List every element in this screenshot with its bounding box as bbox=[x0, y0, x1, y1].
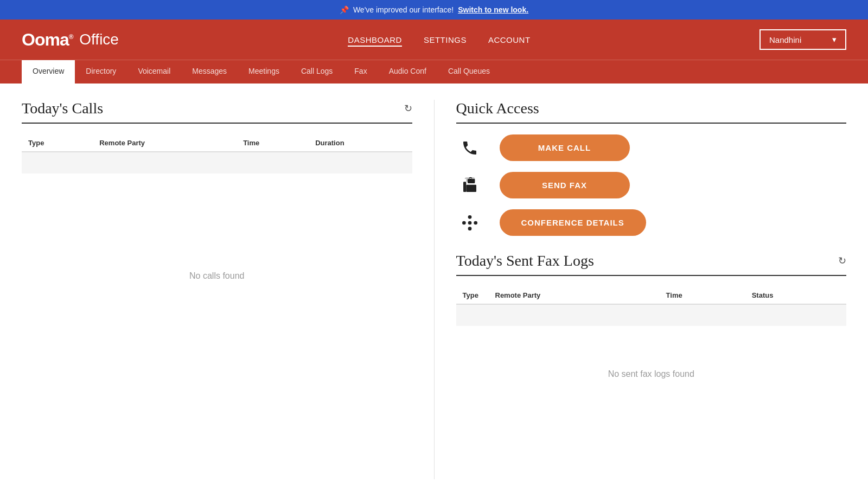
announcement-bar: 📌 We've improved our interface! Switch t… bbox=[0, 0, 868, 20]
calls-refresh-icon[interactable]: ↻ bbox=[404, 102, 412, 114]
announcement-icon: 📌 bbox=[340, 5, 349, 14]
tab-messages[interactable]: Messages bbox=[181, 60, 238, 84]
fax-logs-table: Type Remote Party Time Status bbox=[456, 287, 847, 326]
fax-empty-row bbox=[456, 304, 847, 326]
calls-empty-row bbox=[22, 152, 412, 174]
quick-access-title: Quick Access bbox=[456, 100, 539, 117]
calls-table: Type Remote Party Time Duration bbox=[22, 134, 412, 174]
tab-call-logs[interactable]: Call Logs bbox=[290, 60, 343, 84]
dropdown-arrow-icon: ▾ bbox=[832, 35, 837, 44]
fax-logs-section: Today's Sent Fax Logs ↻ Type Remote Part… bbox=[456, 252, 847, 379]
tab-fax[interactable]: Fax bbox=[343, 60, 378, 84]
announcement-link[interactable]: Switch to new look. bbox=[458, 5, 528, 14]
calls-section-header: Today's Calls ↻ bbox=[22, 100, 412, 124]
quick-access-items: MAKE CALL SEND FAX bbox=[456, 134, 847, 236]
calls-no-data: No calls found bbox=[22, 271, 412, 281]
svg-point-5 bbox=[462, 221, 466, 224]
left-panel: Today's Calls ↻ Type Remote Party Time D… bbox=[22, 100, 435, 479]
quick-access-fax: SEND FAX bbox=[456, 172, 847, 198]
main-header: Ooma® Office DASHBOARD SETTINGS ACCOUNT … bbox=[0, 20, 868, 60]
fax-logs-header: Today's Sent Fax Logs ↻ bbox=[456, 252, 847, 276]
calls-title: Today's Calls bbox=[22, 100, 103, 117]
tab-call-queues[interactable]: Call Queues bbox=[437, 60, 501, 84]
col-time: Time bbox=[237, 134, 309, 152]
svg-rect-0 bbox=[463, 182, 466, 192]
col-type: Type bbox=[22, 134, 93, 152]
logo-office: Office bbox=[75, 31, 119, 48]
fax-icon bbox=[456, 177, 483, 194]
main-content: Today's Calls ↻ Type Remote Party Time D… bbox=[0, 84, 868, 488]
make-call-button[interactable]: MAKE CALL bbox=[500, 134, 630, 161]
phone-icon bbox=[456, 139, 483, 157]
svg-point-4 bbox=[468, 221, 471, 224]
main-nav: DASHBOARD SETTINGS ACCOUNT bbox=[348, 35, 530, 44]
sub-nav: Overview Directory Voicemail Messages Me… bbox=[0, 60, 868, 84]
tab-meetings[interactable]: Meetings bbox=[238, 60, 290, 84]
fax-col-status: Status bbox=[745, 287, 846, 304]
conference-details-button[interactable]: CONFERENCE DETAILS bbox=[500, 209, 646, 236]
nav-dashboard[interactable]: DASHBOARD bbox=[348, 35, 402, 44]
logo-ooma: Ooma® bbox=[22, 30, 73, 50]
conference-icon bbox=[456, 214, 483, 232]
fax-col-remote-party: Remote Party bbox=[489, 287, 660, 304]
quick-access-header: Quick Access bbox=[456, 100, 847, 124]
right-panel: Quick Access MAKE CALL bbox=[435, 100, 847, 479]
tab-audio-conf[interactable]: Audio Conf bbox=[378, 60, 437, 84]
nav-account[interactable]: ACCOUNT bbox=[488, 35, 531, 44]
fax-col-time: Time bbox=[660, 287, 745, 304]
tab-directory[interactable]: Directory bbox=[75, 60, 127, 84]
tab-voicemail[interactable]: Voicemail bbox=[127, 60, 181, 84]
tab-overview[interactable]: Overview bbox=[22, 60, 75, 84]
quick-access-conference: CONFERENCE DETAILS bbox=[456, 209, 847, 236]
logo: Ooma® Office bbox=[22, 30, 119, 50]
col-duration: Duration bbox=[309, 134, 412, 152]
announcement-text: We've improved our interface! bbox=[353, 5, 454, 14]
svg-point-7 bbox=[468, 215, 471, 219]
fax-col-type: Type bbox=[456, 287, 489, 304]
fax-logs-title: Today's Sent Fax Logs bbox=[456, 252, 594, 269]
quick-access-call: MAKE CALL bbox=[456, 134, 847, 161]
svg-point-3 bbox=[471, 186, 473, 188]
send-fax-button[interactable]: SEND FAX bbox=[500, 172, 630, 198]
nav-settings[interactable]: SETTINGS bbox=[424, 35, 467, 44]
fax-logs-refresh-icon[interactable]: ↻ bbox=[838, 255, 846, 267]
col-remote-party: Remote Party bbox=[93, 134, 237, 152]
svg-point-6 bbox=[474, 221, 477, 224]
user-dropdown-container[interactable]: Nandhini ▾ bbox=[760, 29, 846, 50]
user-name: Nandhini bbox=[769, 35, 801, 44]
fax-no-data: No sent fax logs found bbox=[456, 369, 847, 379]
svg-rect-1 bbox=[466, 184, 476, 191]
svg-point-8 bbox=[468, 227, 471, 230]
